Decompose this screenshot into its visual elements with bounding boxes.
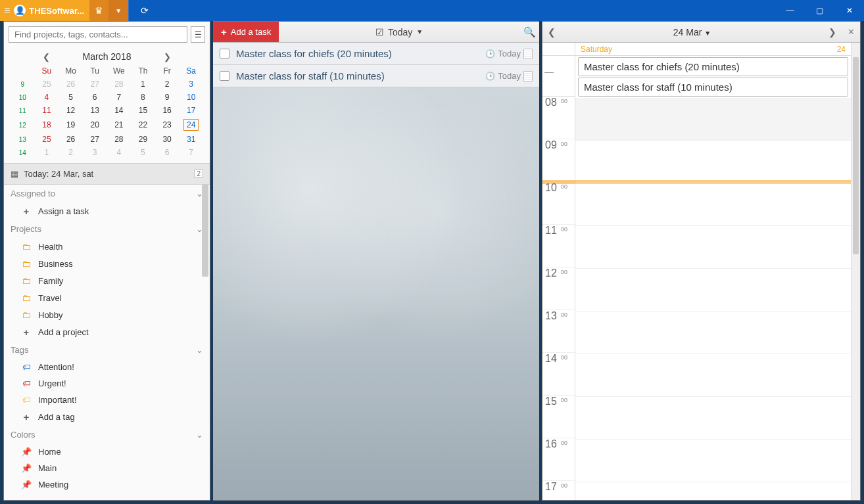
task-checkbox[interactable] [220, 71, 229, 81]
calendar-day[interactable]: 29 [131, 133, 155, 146]
hour-cell[interactable] [575, 311, 851, 354]
allday-event[interactable]: Master class for chiefs (20 minutes) [578, 57, 848, 76]
day-next-button[interactable]: ❯ [823, 27, 842, 37]
calendar-day[interactable]: 5 [59, 91, 83, 104]
calendar-day[interactable]: 9 [155, 91, 180, 104]
calendar-day[interactable]: 13 [83, 104, 107, 117]
tag-item[interactable]: 🏷 Important! [4, 392, 210, 408]
calendar-day[interactable]: 31 [179, 133, 203, 146]
calendar-day[interactable]: 12 [59, 104, 83, 117]
calendar-grid[interactable]: SuMoTuWeThFrSa92526272812310456789101111… [11, 64, 203, 159]
search-options-button[interactable]: ☰ [191, 26, 205, 43]
tag-item[interactable]: 🏷 Urgent! [4, 375, 210, 392]
day-scrollbar[interactable] [851, 43, 860, 500]
hour-cell[interactable] [575, 183, 851, 226]
hour-cell[interactable] [575, 226, 851, 269]
section-projects[interactable]: Projects ⌄ [4, 220, 210, 238]
close-button[interactable]: ✕ [834, 0, 864, 21]
task-view-title[interactable]: ☑ Today ▼ [279, 27, 519, 37]
section-colors[interactable]: Colors ⌄ [4, 426, 210, 444]
calendar-day[interactable]: 25 [35, 78, 59, 91]
calendar-day[interactable]: 1 [131, 78, 155, 91]
calendar-day[interactable]: 18 [35, 117, 59, 133]
calendar-day[interactable]: 27 [83, 133, 107, 146]
calendar-day[interactable]: 7 [179, 146, 203, 159]
calendar-day[interactable]: 21 [107, 117, 132, 133]
section-assigned[interactable]: Assigned to ⌄ [4, 185, 210, 202]
calendar-day[interactable]: 6 [83, 91, 107, 104]
calendar-day[interactable]: 27 [83, 78, 107, 91]
calendar-day[interactable]: 17 [179, 104, 203, 117]
project-item[interactable]: 🗀 Hobby [4, 306, 210, 323]
calendar-day[interactable]: 2 [155, 78, 180, 91]
task-search-button[interactable]: 🔍 [519, 26, 539, 38]
search-input[interactable] [9, 26, 187, 43]
calendar-day[interactable]: 28 [107, 133, 132, 146]
calendar-day[interactable]: 11 [35, 104, 59, 117]
task-row[interactable]: Master class for staff (10 minutes) 🕒 To… [213, 65, 539, 87]
add-task-button[interactable]: + Add a task [213, 22, 279, 42]
calendar-day[interactable]: 25 [35, 133, 59, 146]
color-item[interactable]: 📌 Home [4, 444, 210, 460]
calendar-month-label[interactable]: March 2018 [83, 51, 132, 62]
calendar-day[interactable]: 7 [107, 91, 132, 104]
calendar-day[interactable]: 5 [131, 146, 155, 159]
hour-cell[interactable] [575, 141, 851, 183]
task-row[interactable]: Master class for chiefs (20 minutes) 🕒 T… [213, 43, 539, 65]
calendar-day[interactable]: 24 [179, 117, 203, 133]
project-item[interactable]: 🗀 Travel [4, 289, 210, 306]
day-title[interactable]: 24 Mar ▼ [561, 27, 823, 37]
hour-cell[interactable] [575, 440, 851, 482]
calendar-day[interactable]: 20 [83, 117, 107, 133]
project-item[interactable]: 🗀 Health [4, 238, 210, 255]
day-close-button[interactable]: ✕ [842, 27, 860, 37]
calendar-day[interactable]: 3 [83, 146, 107, 159]
day-prev-button[interactable]: ❮ [542, 27, 561, 37]
calendar-day[interactable]: 4 [35, 91, 59, 104]
calendar-day[interactable]: 3 [179, 78, 203, 91]
calendar-day[interactable]: 14 [107, 104, 132, 117]
calendar-day[interactable]: 19 [59, 117, 83, 133]
calendar-day[interactable]: 30 [155, 133, 180, 146]
calendar-day[interactable]: 16 [155, 104, 180, 117]
hour-cell[interactable] [575, 482, 851, 500]
minimize-button[interactable]: — [775, 0, 805, 21]
calendar-day[interactable]: 15 [131, 104, 155, 117]
sync-button[interactable]: ⟳ [128, 0, 160, 21]
task-checkbox[interactable] [220, 49, 229, 58]
app-menu[interactable]: ≡ 👤 THESoftwar... [0, 0, 89, 21]
color-item[interactable]: 📌 Meeting [4, 476, 210, 493]
project-item[interactable]: 🗀 Family [4, 272, 210, 289]
calendar-day[interactable]: 26 [59, 78, 83, 91]
calendar-day[interactable]: 6 [155, 146, 180, 159]
tag-item[interactable]: 🏷 Attention! [4, 359, 210, 375]
hour-cell[interactable] [575, 397, 851, 440]
project-item[interactable]: 🗀 Business [4, 255, 210, 272]
allday-event[interactable]: Master class for staff (10 minutes) [578, 78, 848, 97]
hour-cell[interactable] [575, 98, 851, 141]
calendar-day[interactable]: 8 [131, 91, 155, 104]
premium-button[interactable]: ♛ [89, 0, 108, 21]
calendar-day[interactable]: 22 [131, 117, 155, 133]
section-tags[interactable]: Tags ⌄ [4, 341, 210, 359]
account-dropdown[interactable]: ▼ [108, 0, 128, 21]
note-icon[interactable] [523, 49, 533, 59]
calendar-day[interactable]: 28 [107, 78, 132, 91]
expand-allday-button[interactable]: — [544, 66, 554, 77]
color-item[interactable]: 📌 Main [4, 460, 210, 476]
calendar-day[interactable]: 2 [59, 146, 83, 159]
today-shortcut[interactable]: ▦ Today: 24 Mar, sat 2 [4, 163, 210, 185]
calendar-next[interactable]: ❯ [164, 52, 171, 62]
maximize-button[interactable]: ▢ [805, 0, 834, 21]
sidebar-scrollbar[interactable] [202, 185, 208, 277]
calendar-day[interactable]: 4 [107, 146, 132, 159]
calendar-day[interactable]: 1 [35, 146, 59, 159]
note-icon[interactable] [523, 71, 533, 81]
add-project-item[interactable]: + Add a project [4, 323, 210, 341]
calendar-prev[interactable]: ❮ [43, 52, 50, 62]
calendar-day[interactable]: 26 [59, 133, 83, 146]
calendar-day[interactable]: 23 [155, 117, 180, 133]
day-column[interactable]: Saturday 24 Master class for chiefs (20 … [575, 43, 851, 500]
add-tag-item[interactable]: + Add a tag [4, 408, 210, 426]
hour-cell[interactable] [575, 269, 851, 311]
